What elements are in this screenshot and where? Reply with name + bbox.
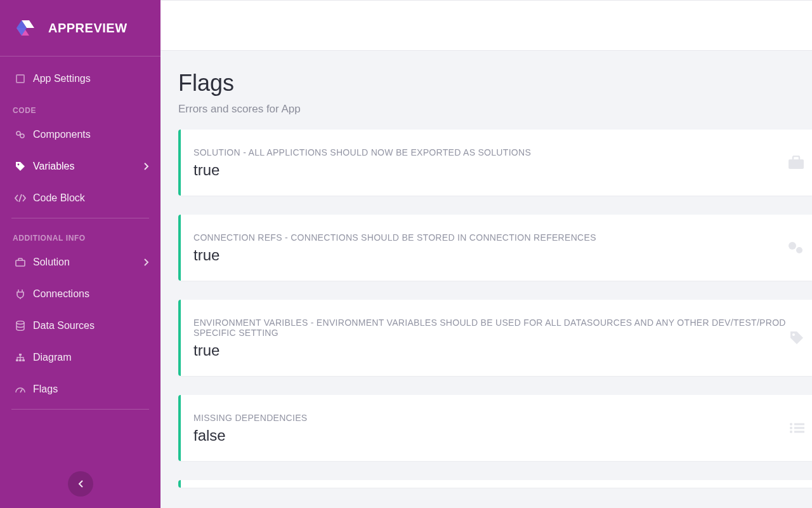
sidebar: APPREVIEW App Settings CODE Components (0, 0, 160, 508)
sidebar-item-label: Components (33, 129, 91, 140)
page-subtitle: Errors and scores for App (178, 103, 812, 116)
brand-logo-icon (14, 17, 37, 39)
plug-icon (13, 289, 28, 299)
divider (11, 409, 149, 410)
svg-point-2 (20, 134, 24, 138)
flag-card-env-variables: ENVIRONMENT VARIBLES - ENVIRONMENT VARIA… (178, 300, 812, 376)
card-value: true (193, 342, 797, 359)
sidebar-item-label: App Settings (33, 73, 91, 84)
card-value: true (193, 161, 797, 179)
gears-icon (13, 130, 28, 140)
chevron-right-icon (144, 258, 149, 266)
svg-rect-10 (789, 159, 804, 169)
sitemap-icon (13, 353, 28, 362)
content: Flags Errors and scores for App SOLUTION… (160, 51, 812, 508)
nav: App Settings CODE Components Variables (0, 57, 160, 465)
flag-card-solution: SOLUTION - ALL APPLICTIONS SHOULD NOW BE… (178, 130, 812, 196)
svg-point-3 (18, 164, 20, 166)
sidebar-item-code-block[interactable]: Code Block (0, 182, 160, 214)
sidebar-item-solution[interactable]: Solution (0, 246, 160, 278)
flag-card-partial (178, 480, 812, 488)
sidebar-item-label: Flags (33, 384, 58, 395)
main: Flags Errors and scores for App SOLUTION… (160, 0, 812, 508)
svg-point-14 (790, 423, 792, 425)
svg-rect-15 (794, 424, 804, 425)
svg-point-13 (792, 333, 795, 336)
page-header: Flags Errors and scores for App (160, 64, 812, 130)
divider (11, 218, 149, 218)
collapse-sidebar-button[interactable] (68, 471, 93, 497)
sidebar-item-variables[interactable]: Variables (0, 150, 160, 182)
svg-rect-17 (794, 427, 804, 429)
svg-rect-7 (16, 359, 18, 361)
svg-rect-0 (16, 75, 24, 83)
tag-icon (789, 330, 804, 345)
sidebar-section-additional: ADDITIONAL INFO (0, 222, 160, 246)
sidebar-item-label: Connections (33, 288, 89, 300)
svg-rect-4 (16, 260, 25, 266)
gears-icon (787, 240, 804, 255)
card-label: CONNECTION REFS - CONNECTIONS SHOULD BE … (193, 232, 797, 243)
svg-point-18 (790, 431, 792, 433)
chevron-left-icon (78, 480, 83, 488)
svg-point-12 (796, 247, 802, 253)
topbar (160, 0, 812, 51)
svg-rect-19 (794, 431, 804, 433)
sidebar-item-connections[interactable]: Connections (0, 278, 160, 310)
flag-card-missing-deps: MISSING DEPENDENCIES false (178, 395, 812, 461)
sidebar-item-label: Variables (33, 161, 75, 172)
card-value: true (193, 246, 797, 264)
card-label: SOLUTION - ALL APPLICTIONS SHOULD NOW BE… (193, 147, 797, 157)
sidebar-item-label: Code Block (33, 192, 85, 204)
sidebar-item-label: Data Sources (33, 320, 95, 331)
tag-icon (13, 161, 28, 171)
svg-point-1 (16, 131, 20, 135)
sidebar-item-app-settings[interactable]: App Settings (0, 63, 160, 95)
svg-point-11 (789, 242, 796, 250)
card-label: MISSING DEPENDENCIES (193, 413, 797, 423)
sidebar-item-label: Diagram (33, 352, 71, 363)
gauge-icon (13, 385, 28, 393)
svg-rect-9 (22, 359, 25, 361)
brand: APPREVIEW (0, 0, 160, 57)
sidebar-section-code: CODE (0, 95, 160, 119)
list-icon (789, 422, 804, 434)
brand-title: APPREVIEW (48, 21, 128, 36)
page-title: Flags (178, 70, 812, 97)
sidebar-item-diagram[interactable]: Diagram (0, 342, 160, 373)
svg-rect-6 (19, 354, 22, 356)
database-icon (13, 321, 28, 331)
sidebar-item-label: Solution (33, 257, 70, 268)
sidebar-item-flags[interactable]: Flags (0, 373, 160, 405)
flag-card-connection-refs: CONNECTION REFS - CONNECTIONS SHOULD BE … (178, 215, 812, 281)
svg-point-16 (790, 427, 792, 429)
square-icon (13, 74, 28, 83)
briefcase-icon (788, 156, 804, 170)
card-label: ENVIRONMENT VARIBLES - ENVIRONMENT VARIA… (193, 318, 797, 338)
svg-point-5 (16, 321, 24, 324)
sidebar-item-components[interactable]: Components (0, 119, 160, 150)
chevron-right-icon (144, 163, 149, 170)
card-value: false (193, 427, 797, 444)
briefcase-icon (13, 258, 28, 267)
svg-rect-8 (19, 359, 22, 361)
sidebar-item-data-sources[interactable]: Data Sources (0, 310, 160, 342)
code-icon (13, 194, 28, 203)
